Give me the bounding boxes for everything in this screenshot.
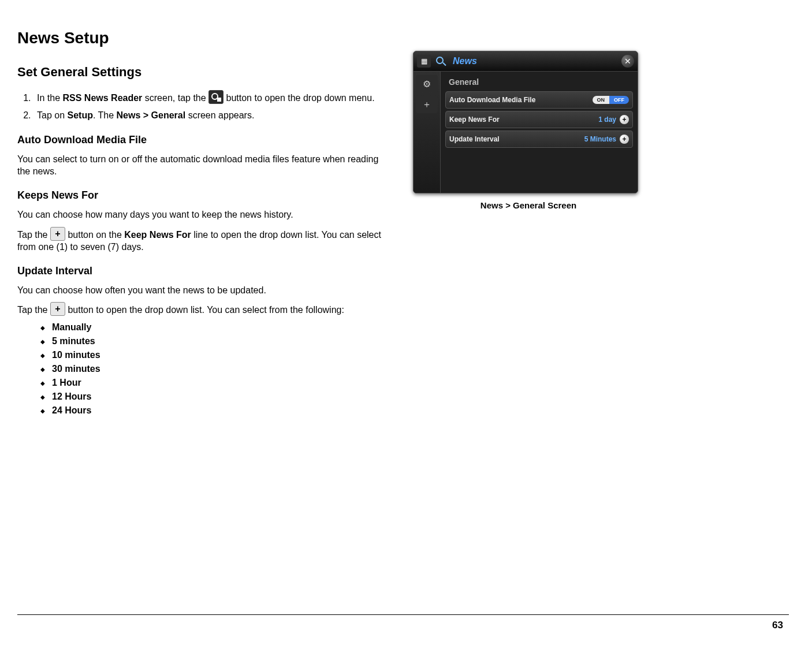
keep-p1: You can choose how many days you want to… <box>17 208 390 221</box>
plus-icon <box>50 227 65 241</box>
zoom-in-button: ＋ <box>416 96 438 113</box>
set-general-heading: Set General Settings <box>17 65 390 80</box>
opt-10min: 10 minutes <box>40 350 390 360</box>
close-icon: ✕ <box>621 55 634 68</box>
row-keep-label: Keep News For <box>449 115 598 124</box>
opt-30min: 30 minutes <box>40 364 390 374</box>
row-auto-label: Auto Download Media File <box>449 96 593 104</box>
page-number: 63 <box>17 620 789 631</box>
row-keep-value: 1 day <box>598 115 616 124</box>
search-icon <box>435 56 446 66</box>
auto-body: You can select to turn on or off the aut… <box>17 153 390 178</box>
step-2-bold2: News > General <box>117 110 186 120</box>
update-heading: Update Interval <box>17 265 390 277</box>
update-p1: You can choose how often you want the ne… <box>17 284 390 297</box>
opt-12hours: 12 Hours <box>40 392 390 402</box>
tools-icon <box>208 90 224 104</box>
keep-p2-mid: button on the <box>65 230 124 240</box>
figure-caption: News > General Screen <box>413 200 644 210</box>
step-1-pre: In the <box>37 93 62 103</box>
page-title: News Setup <box>17 29 390 47</box>
news-general-screenshot: ▦ News ✕ ⚙ ＋ General Auto Download Media… <box>413 51 638 193</box>
toggle-on: ON <box>593 96 610 104</box>
keep-heading: Keeps News For <box>17 189 390 202</box>
step-2-mid: . The <box>93 110 117 120</box>
plus-icon <box>50 302 65 316</box>
step-1-bold: RSS News Reader <box>62 93 142 103</box>
auto-heading: Auto Download Media File <box>17 134 390 146</box>
step-1-mid: screen, tap the <box>142 93 208 103</box>
step-2: Tap on Setup. The News > General screen … <box>33 109 390 122</box>
tab-general: General <box>445 75 633 89</box>
plus-icon: + <box>620 115 629 124</box>
plus-icon: + <box>620 135 629 144</box>
opt-manually: Manually <box>40 322 390 333</box>
keep-p2-bold: Keep News For <box>124 230 191 240</box>
footer-rule <box>17 614 789 615</box>
step-1-post: button to open the drop down menu. <box>224 93 375 103</box>
update-p2: Tap the button to open the drop down lis… <box>17 302 390 316</box>
toolbar-icon: ▦ <box>417 55 431 68</box>
step-2-pre: Tap on <box>37 110 67 120</box>
step-1: In the RSS News Reader screen, tap the b… <box>33 90 390 105</box>
opt-1hour: 1 Hour <box>40 378 390 388</box>
row-keep-news: Keep News For 1 day + <box>445 111 633 128</box>
opt-5min: 5 minutes <box>40 336 390 346</box>
row-update-label: Update Interval <box>449 135 584 143</box>
row-update-interval: Update Interval 5 Minutes + <box>445 131 633 148</box>
step-2-post: screen appears. <box>185 110 254 120</box>
row-update-value: 5 Minutes <box>584 135 616 143</box>
update-p2-post: button to open the drop down list. You c… <box>65 305 344 315</box>
on-off-toggle: ON OFF <box>593 96 630 104</box>
app-title: News <box>450 56 617 66</box>
keep-p2: Tap the button on the Keep News For line… <box>17 227 390 253</box>
keep-p2-pre: Tap the <box>17 230 50 240</box>
step-2-bold1: Setup <box>67 110 92 120</box>
zoom-out-button: ⚙ <box>416 75 438 92</box>
update-p2-pre: Tap the <box>17 305 50 315</box>
toggle-off: OFF <box>609 96 629 104</box>
opt-24hours: 24 Hours <box>40 405 390 416</box>
row-auto-download: Auto Download Media File ON OFF <box>445 91 633 109</box>
